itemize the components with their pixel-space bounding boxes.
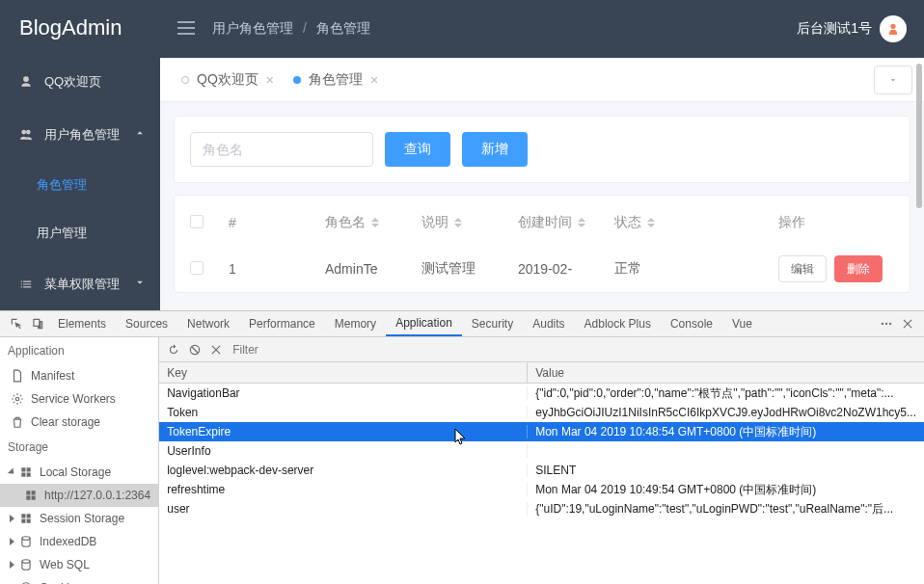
side-local-storage-origin[interactable]: http://127.0.0.1:2364 [0,484,158,507]
svg-point-3 [15,397,19,401]
database-icon [18,534,34,549]
storage-key: UserInfo [159,444,528,458]
storage-table-header: Key Value [159,362,924,384]
close-icon[interactable]: × [266,72,274,88]
sidebar-item-user-mgmt[interactable]: 用户管理 [0,209,160,257]
delete-button[interactable]: 删除 [834,255,883,282]
col-status[interactable]: 状态 [614,214,641,229]
inspect-icon[interactable] [6,313,27,334]
side-websql[interactable]: Web SQL [0,553,158,576]
query-button[interactable]: 查询 [385,132,450,167]
side-clear-storage[interactable]: Clear storage [0,411,158,434]
sidebar-item-menu-perm[interactable]: 菜单权限管理 [0,258,160,310]
storage-rows: NavigationBar{"id":0,"pid":0,"order":0,"… [159,384,924,584]
sort-icon[interactable] [454,218,462,227]
sidebar-item-qq-welcome[interactable]: QQ欢迎页 [0,56,160,108]
checkbox-row[interactable] [190,261,204,275]
file-icon [10,368,25,384]
storage-value: Mon Mar 04 2019 10:49:54 GMT+0800 (中国标准时… [528,482,924,498]
devtools-tab-security[interactable]: Security [462,311,523,336]
tab-label: QQ欢迎页 [197,71,258,89]
table-header: # 角色名 说明 创建时间 状态 操作 [190,199,894,246]
svg-point-5 [22,560,30,564]
devtools-close-icon[interactable] [897,313,918,334]
devtools-tab-sources[interactable]: Sources [116,311,177,336]
storage-row[interactable]: TokenExpireMon Mar 04 2019 10:48:54 GMT+… [159,422,924,441]
sidebar-item-role-mgmt[interactable]: 角色管理 [0,161,160,209]
user-icon [17,73,35,91]
side-heading-storage: Storage [0,434,158,461]
devtools-tab-audits[interactable]: Audits [523,311,574,336]
storage-key: user [159,502,528,516]
storage-row[interactable]: NavigationBar{"id":0,"pid":0,"order":0,"… [159,384,924,403]
tabs-dropdown[interactable] [874,66,912,94]
add-button[interactable]: 新增 [462,132,528,167]
grid-icon [18,465,34,480]
devtools-settings-icon[interactable] [876,313,897,334]
side-manifest[interactable]: Manifest [0,364,158,387]
svg-point-1 [885,323,887,325]
close-icon[interactable]: × [370,72,378,88]
svg-point-2 [889,323,891,325]
grid-icon [18,511,34,526]
col-key[interactable]: Key [159,362,528,383]
devtools-tab-network[interactable]: Network [177,311,239,336]
storage-key: refreshtime [159,483,528,496]
storage-row[interactable]: loglevel:webpack-dev-serverSILENT [159,461,924,480]
header: 用户角色管理 / 角色管理 后台测试1号 [160,0,924,58]
storage-row[interactable]: UserInfo [159,441,924,461]
edit-button[interactable]: 编辑 [778,255,827,282]
filter-input[interactable] [227,339,920,360]
storage-row[interactable]: refreshtimeMon Mar 04 2019 10:49:54 GMT+… [159,480,924,499]
storage-key: NavigationBar [159,386,528,400]
hamburger-icon[interactable] [177,21,195,38]
storage-key: Token [159,406,528,419]
sort-icon[interactable] [371,218,379,227]
col-name[interactable]: 角色名 [325,214,366,229]
caret-icon [8,467,16,476]
storage-row[interactable]: user{"uID":19,"uLoginName":"test","uLogi… [159,499,924,518]
caret-icon [10,515,14,522]
devtools-tab-memory[interactable]: Memory [325,311,386,336]
side-service-workers[interactable]: Service Workers [0,387,158,411]
devtools-tab-adblockplus[interactable]: Adblock Plus [575,311,661,336]
refresh-icon[interactable] [163,339,184,360]
col-index: # [229,215,236,230]
col-value[interactable]: Value [528,362,924,383]
chevron-up-icon [133,126,147,143]
devtools-tab-vue[interactable]: Vue [722,311,762,336]
clear-icon[interactable] [205,339,227,360]
storage-value: SILENT [528,464,924,477]
tab-label: 角色管理 [309,71,363,89]
devtools-tab-elements[interactable]: Elements [48,311,116,336]
storage-row[interactable]: TokeneyJhbGciOiJIUzI1NiIsInR5cCI6IkpXVCJ… [159,403,924,422]
devtools-tab-performance[interactable]: Performance [239,311,325,336]
block-icon[interactable] [184,339,205,360]
storage-value: {"uID":19,"uLoginName":"test","uLoginPWD… [528,501,924,518]
side-indexeddb[interactable]: IndexedDB [0,530,158,553]
col-time[interactable]: 创建时间 [518,214,572,229]
role-table: # 角色名 说明 创建时间 状态 操作 1 AdminTe 测试管理 2019-… [174,195,910,293]
device-icon[interactable] [27,313,48,334]
sort-icon[interactable] [578,218,585,227]
caret-icon [10,538,14,545]
role-name-input[interactable] [190,132,373,167]
sidebar-item-label: QQ欢迎页 [44,73,101,91]
side-cookies[interactable]: Cookies [0,576,158,584]
col-desc[interactable]: 说明 [421,214,448,229]
breadcrumb-item[interactable]: 用户角色管理 [212,20,293,36]
tab-role-mgmt[interactable]: 角色管理 × [284,66,388,94]
tab-qq-welcome[interactable]: QQ欢迎页 × [172,66,284,94]
scrollbar[interactable] [916,64,922,208]
devtools-tab-application[interactable]: Application [386,311,462,336]
sidebar-item-user-role[interactable]: 用户角色管理 [0,109,160,161]
storage-value: eyJhbGciOiJIUzI1NiIsInR5cCI6IkpXVCJ9.eyJ… [528,406,924,419]
sort-icon[interactable] [647,218,655,227]
side-local-storage[interactable]: Local Storage [0,461,158,484]
checkbox-all[interactable] [190,215,204,228]
side-session-storage[interactable]: Session Storage [0,507,158,530]
chevron-down-icon [133,276,147,292]
devtools-tab-console[interactable]: Console [661,311,722,336]
user-menu[interactable]: 后台测试1号 [797,15,907,42]
devtools-toolbar [159,337,924,362]
